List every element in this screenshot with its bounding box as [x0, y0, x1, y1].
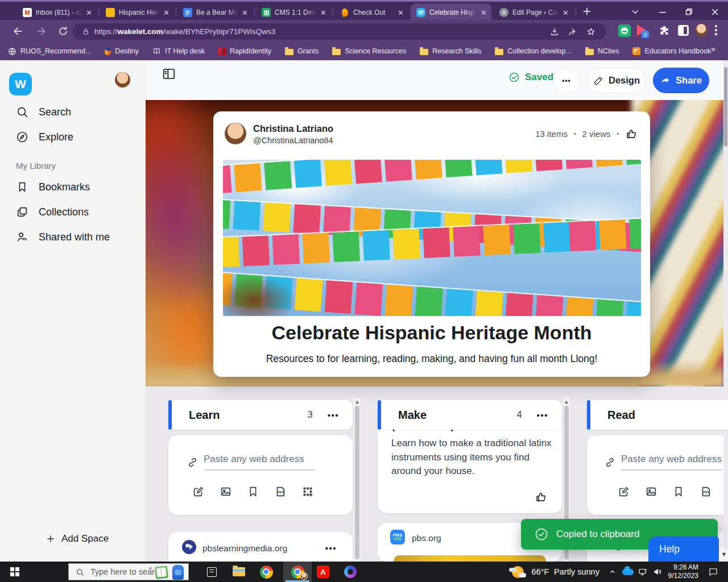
- tab-close-icon[interactable]: ✕: [562, 9, 569, 16]
- column-header-make[interactable]: Make 4 •••: [378, 400, 562, 430]
- readwrite-extension-icon[interactable]: 3: [637, 24, 646, 36]
- tab-hispanic[interactable]: Hispanic Herita ✕: [100, 3, 174, 22]
- onedrive-icon[interactable]: [620, 562, 636, 582]
- reload-icon[interactable]: [57, 26, 69, 37]
- sidebar-item-collections[interactable]: Collections: [16, 206, 89, 218]
- more-options-button[interactable]: •••: [553, 68, 580, 93]
- tab-bear[interactable]: Be a Bear Matr ✕: [177, 3, 253, 22]
- sidebar-item-bookmarks[interactable]: Bookmarks: [16, 181, 90, 193]
- scroll-up-arrow[interactable]: ▲: [563, 399, 570, 405]
- new-tab-button[interactable]: [581, 6, 593, 17]
- forward-icon[interactable]: [35, 26, 47, 37]
- network-icon[interactable]: [636, 562, 651, 582]
- like-icon[interactable]: [535, 490, 547, 503]
- author-handle[interactable]: @ChristinaLatriano84: [253, 136, 333, 145]
- tab-close-icon[interactable]: ✕: [242, 9, 248, 16]
- author-avatar[interactable]: [225, 123, 246, 144]
- microsoft-app-button[interactable]: [339, 562, 362, 582]
- share-button[interactable]: Share: [653, 68, 709, 93]
- pdf-icon[interactable]: PDF: [700, 485, 712, 498]
- tab-close-icon[interactable]: ✕: [320, 9, 326, 16]
- chevron-down-icon[interactable]: [630, 7, 640, 17]
- weather-temp[interactable]: 66°F: [529, 562, 552, 582]
- tab-editpage[interactable]: S Edit Page ‹ Can ✕: [494, 3, 573, 22]
- bookmark-item[interactable]: Educators Handbook: [632, 47, 711, 55]
- scrollbar-thumb[interactable]: [724, 67, 727, 147]
- bookmark-item[interactable]: Research Skills: [420, 47, 481, 55]
- author-name[interactable]: Christina Latriano: [253, 123, 333, 134]
- bookmark-item[interactable]: Grants: [285, 47, 319, 55]
- bookmark-item[interactable]: RUOS_Recommend...: [8, 47, 91, 56]
- file-explorer-button[interactable]: [228, 562, 250, 582]
- share-page-icon[interactable]: [568, 27, 578, 37]
- image-icon[interactable]: [645, 485, 657, 498]
- taskbar-search-input[interactable]: [89, 567, 156, 577]
- chrome-button[interactable]: [255, 562, 278, 582]
- download-icon[interactable]: [549, 27, 560, 37]
- wakelet-logo[interactable]: W: [9, 73, 32, 95]
- bookmark-item[interactable]: Collection develop...: [495, 47, 572, 55]
- column-menu-icon[interactable]: •••: [328, 410, 339, 420]
- column-header-read[interactable]: Read: [587, 400, 728, 430]
- compose-icon[interactable]: [618, 485, 630, 498]
- weather-icon[interactable]: [510, 562, 526, 582]
- bookmark-item[interactable]: IT Help desk: [152, 47, 205, 55]
- task-view-button[interactable]: [200, 562, 223, 582]
- add-space-button[interactable]: Add Space: [46, 533, 109, 544]
- restore-button[interactable]: [684, 7, 694, 17]
- scrollbar-thumb[interactable]: [355, 406, 359, 559]
- link-card-pbslearningmedia[interactable]: pbslearningmedia.org •••: [168, 532, 353, 562]
- back-icon[interactable]: [13, 26, 24, 37]
- scroll-down-arrow[interactable]: ▼: [720, 549, 728, 559]
- sidebar-item-explore[interactable]: Explore: [16, 131, 73, 143]
- profile-avatar[interactable]: [695, 24, 708, 36]
- acrobat-button[interactable]: A: [312, 562, 334, 582]
- bookmarks-overflow-icon[interactable]: »: [711, 44, 715, 53]
- sidebar-avatar[interactable]: [115, 72, 130, 88]
- sidebar-item-search[interactable]: Search: [16, 106, 71, 118]
- minimize-button[interactable]: [657, 7, 668, 17]
- scroll-up-arrow[interactable]: ▲: [354, 399, 361, 405]
- taskbar-search[interactable]: ✦: [68, 563, 189, 580]
- bookmark-item[interactable]: NCties: [585, 47, 619, 55]
- chrome-active-button[interactable]: [283, 562, 312, 582]
- tab-close-icon[interactable]: ✕: [86, 9, 92, 16]
- column-header-learn[interactable]: Learn 3 •••: [168, 400, 353, 430]
- bookmark-star-icon[interactable]: [586, 27, 596, 37]
- address-bar[interactable]: https://wakelet.com/wake/BYhEPrybipr71PW…: [73, 23, 606, 40]
- tab-celebrate-active[interactable]: W Celebrate Hisp ✕: [411, 3, 491, 22]
- bookmark-tool-icon[interactable]: [247, 485, 259, 498]
- weather-desc[interactable]: Partly sunny: [553, 562, 601, 582]
- browser-menu-icon[interactable]: •••: [714, 24, 718, 36]
- extensions-puzzle-icon[interactable]: [659, 24, 670, 36]
- tray-chevron-icon[interactable]: [606, 562, 619, 582]
- notification-center-icon[interactable]: [703, 562, 723, 582]
- column-menu-icon[interactable]: •••: [537, 410, 548, 420]
- bookmark-item[interactable]: Science Resources: [332, 47, 406, 55]
- help-button[interactable]: Help: [648, 537, 719, 562]
- taskbar-clock[interactable]: 9:26 AM 9/12/2023: [668, 562, 698, 582]
- tab-checkout[interactable]: Check Out ✕: [334, 3, 408, 22]
- learn-column-scrollbar[interactable]: ▲: [354, 398, 361, 562]
- bookmark-tool-icon[interactable]: [672, 485, 685, 498]
- bookmark-item[interactable]: Destiny: [105, 47, 139, 55]
- sidebar-item-shared[interactable]: Shared with me: [16, 231, 110, 243]
- paste-url-input[interactable]: [621, 454, 722, 471]
- design-button[interactable]: Design: [587, 68, 646, 93]
- sidebar-panel-icon[interactable]: [678, 25, 689, 36]
- like-icon[interactable]: [625, 127, 638, 140]
- tab-cms[interactable]: CMS 1:1 Device ✕: [256, 3, 331, 22]
- tab-close-icon[interactable]: ✕: [398, 9, 404, 16]
- tab-close-icon[interactable]: ✕: [481, 9, 487, 16]
- tab-inbox[interactable]: M Inbox (811) - cl ✕: [17, 3, 97, 22]
- volume-icon[interactable]: [651, 562, 665, 582]
- page-scrollbar[interactable]: [723, 60, 728, 562]
- start-button[interactable]: [5, 562, 25, 582]
- paste-url-input[interactable]: [204, 454, 315, 471]
- tab-close-icon[interactable]: ✕: [163, 9, 169, 16]
- image-icon[interactable]: [220, 485, 232, 498]
- embed-grid-icon[interactable]: [301, 485, 314, 498]
- card-menu-icon[interactable]: •••: [325, 543, 337, 553]
- compose-icon[interactable]: [192, 485, 205, 498]
- collapse-panel-icon[interactable]: [162, 66, 176, 81]
